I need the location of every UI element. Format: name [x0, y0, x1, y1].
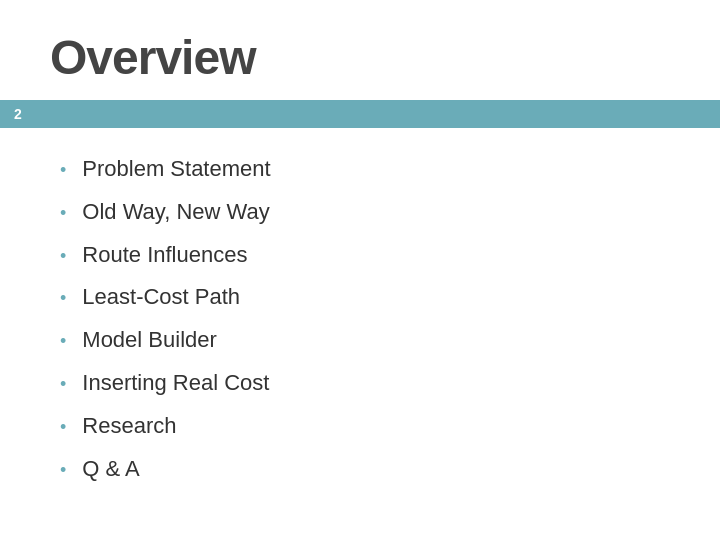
- content-area: • Problem Statement • Old Way, New Way •…: [0, 128, 720, 510]
- bullet-text: Least-Cost Path: [82, 282, 240, 313]
- list-item: • Problem Statement: [60, 148, 660, 191]
- accent-bar: 2: [0, 100, 720, 128]
- bullet-text: Old Way, New Way: [82, 197, 269, 228]
- bullet-text: Problem Statement: [82, 154, 270, 185]
- bullet-text: Model Builder: [82, 325, 217, 356]
- list-item: • Q & A: [60, 448, 660, 491]
- bullet-icon: •: [60, 458, 66, 483]
- bullet-icon: •: [60, 158, 66, 183]
- list-item: • Least-Cost Path: [60, 276, 660, 319]
- list-item: • Inserting Real Cost: [60, 362, 660, 405]
- bullet-icon: •: [60, 244, 66, 269]
- bullet-text: Inserting Real Cost: [82, 368, 269, 399]
- slide-number: 2: [0, 102, 36, 126]
- bullet-icon: •: [60, 286, 66, 311]
- bullet-icon: •: [60, 415, 66, 440]
- bullet-icon: •: [60, 201, 66, 226]
- bullet-text: Q & A: [82, 454, 139, 485]
- slide-title: Overview: [50, 30, 670, 85]
- list-item: • Research: [60, 405, 660, 448]
- bullet-text: Research: [82, 411, 176, 442]
- slide: Overview 2 • Problem Statement • Old Way…: [0, 0, 720, 540]
- list-item: • Model Builder: [60, 319, 660, 362]
- bullet-icon: •: [60, 372, 66, 397]
- bullet-text: Route Influences: [82, 240, 247, 271]
- bullet-icon: •: [60, 329, 66, 354]
- bullet-list: • Problem Statement • Old Way, New Way •…: [60, 148, 660, 490]
- list-item: • Route Influences: [60, 234, 660, 277]
- list-item: • Old Way, New Way: [60, 191, 660, 234]
- title-area: Overview: [0, 0, 720, 100]
